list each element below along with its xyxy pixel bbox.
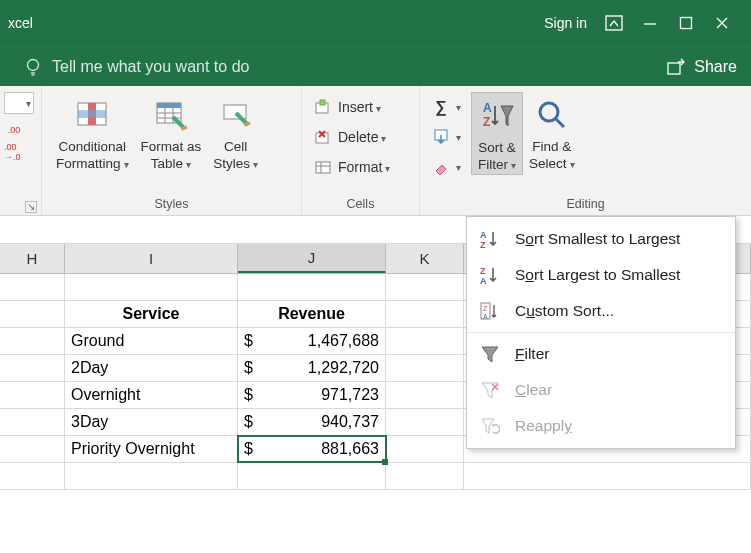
cell[interactable] (238, 274, 386, 300)
revenue-cell[interactable]: $940,737 (238, 409, 386, 435)
tellme-bar: Tell me what you want to do Share (0, 46, 751, 86)
maximize-icon[interactable] (677, 14, 695, 32)
delete-button[interactable]: Delete (310, 124, 394, 150)
menu-filter[interactable]: Filter (467, 336, 735, 372)
cell[interactable] (65, 274, 238, 300)
cell[interactable] (65, 463, 238, 489)
menu-reapply: Reapply (467, 408, 735, 444)
minimize-icon[interactable] (641, 14, 659, 32)
increase-decimal-button[interactable]: .00 (4, 120, 24, 140)
svg-rect-2 (681, 18, 692, 29)
col-header-I[interactable]: I (65, 244, 238, 273)
cell[interactable] (386, 301, 464, 327)
sigma-icon: ∑ (432, 98, 450, 116)
conditional-formatting-button[interactable]: ConditionalFormatting (50, 92, 135, 173)
cell[interactable] (386, 463, 464, 489)
format-cells-icon (314, 158, 332, 176)
menu-label: Soort Smallest to Largestrt Smallest to … (515, 230, 680, 248)
cell[interactable] (464, 463, 751, 489)
svg-text:Z: Z (483, 115, 490, 129)
format-as-table-button[interactable]: Format asTable (135, 92, 208, 173)
revenue-cell[interactable]: $971,723 (238, 382, 386, 408)
close-icon[interactable] (713, 14, 731, 32)
cell[interactable] (386, 409, 464, 435)
service-cell[interactable]: Overnight (65, 382, 238, 408)
service-cell[interactable]: 2Day (65, 355, 238, 381)
format-as-table-icon (152, 96, 190, 134)
find-select-button[interactable]: Find &Select (523, 92, 581, 173)
svg-rect-11 (78, 110, 106, 118)
col-header-K[interactable]: K (386, 244, 464, 273)
menu-label: Reapply (515, 417, 572, 435)
ribbon-group-styles: ConditionalFormatting Format asTable Cel… (42, 86, 302, 215)
sign-in-link[interactable]: Sign in (544, 15, 587, 31)
svg-text:Z: Z (480, 266, 486, 276)
svg-text:A: A (480, 276, 487, 285)
cell[interactable] (386, 436, 464, 462)
header-revenue[interactable]: Revenue (238, 301, 386, 327)
svg-point-5 (28, 59, 39, 70)
sort-filter-icon: AZ (478, 97, 516, 135)
header-service[interactable]: Service (65, 301, 238, 327)
find-select-icon (533, 96, 571, 134)
app-name: xcel (8, 15, 33, 31)
decrease-decimal-button[interactable]: .00→.0 (4, 142, 21, 162)
share-button[interactable]: Share (666, 58, 737, 76)
title-bar: xcel Sign in (0, 0, 751, 46)
tell-me-search[interactable]: Tell me what you want to do (24, 57, 249, 77)
service-cell[interactable]: 3Day (65, 409, 238, 435)
autosum-button[interactable]: ∑▾ (428, 94, 465, 120)
cell-styles-icon (217, 96, 255, 134)
styles-group-label: Styles (42, 195, 301, 215)
tell-me-placeholder: Tell me what you want to do (52, 58, 249, 76)
menu-sort-asc[interactable]: AZ Soort Smallest to Largestrt Smallest … (467, 221, 735, 257)
cell[interactable] (386, 274, 464, 300)
dialog-launcher-icon[interactable]: ↘ (25, 201, 37, 213)
svg-text:Z: Z (483, 305, 488, 312)
cell-styles-button[interactable]: CellStyles (207, 92, 264, 173)
sheet-area: H I J K Service Revenue Ground $1,467,68… (0, 244, 751, 490)
cell[interactable] (0, 274, 65, 300)
cells-group-label: Cells (302, 195, 419, 215)
ribbon-display-icon[interactable] (605, 14, 623, 32)
cell[interactable] (0, 355, 65, 381)
menu-label: Clear (515, 381, 552, 399)
cell[interactable] (0, 409, 65, 435)
cell[interactable] (0, 328, 65, 354)
format-button[interactable]: Format (310, 154, 394, 180)
col-header-H[interactable]: H (0, 244, 65, 273)
share-label: Share (694, 58, 737, 76)
menu-sort-desc[interactable]: ZA Sort Largest to Smallest (467, 257, 735, 293)
clear-filter-icon (479, 379, 501, 401)
service-cell[interactable]: Ground (65, 328, 238, 354)
ribbon-group-cells: Insert Delete Format Cells (302, 86, 420, 215)
revenue-cell-selected[interactable]: $881,663 (238, 436, 386, 462)
cell[interactable] (0, 382, 65, 408)
revenue-cell[interactable]: $1,292,720 (238, 355, 386, 381)
col-header-J[interactable]: J (238, 244, 386, 273)
custom-sort-icon: ZA (479, 300, 501, 322)
revenue-cell[interactable]: $1,467,688 (238, 328, 386, 354)
menu-separator (467, 332, 735, 333)
lightbulb-icon (24, 57, 42, 77)
cell[interactable] (386, 355, 464, 381)
sort-filter-menu: AZ Soort Smallest to Largestrt Smallest … (466, 216, 736, 449)
cell[interactable] (386, 382, 464, 408)
insert-button[interactable]: Insert (310, 94, 394, 120)
cell[interactable] (238, 463, 386, 489)
menu-custom-sort[interactable]: ZA Custom Sort... (467, 293, 735, 329)
service-cell[interactable]: Priority Overnight (65, 436, 238, 462)
reapply-icon (479, 415, 501, 437)
cell[interactable] (0, 301, 65, 327)
cell[interactable] (0, 436, 65, 462)
menu-label: Custom Sort... (515, 302, 614, 320)
number-format-combo[interactable]: ▾ (4, 92, 34, 114)
clear-button[interactable]: ▾ (428, 154, 465, 180)
number-group-label: ↘ (0, 195, 41, 215)
svg-text:A: A (480, 230, 487, 240)
svg-line-31 (556, 119, 564, 127)
cell[interactable] (0, 463, 65, 489)
cell[interactable] (386, 328, 464, 354)
sort-filter-button[interactable]: AZ Sort &Filter (471, 92, 523, 175)
fill-button[interactable]: ▾ (428, 124, 465, 150)
